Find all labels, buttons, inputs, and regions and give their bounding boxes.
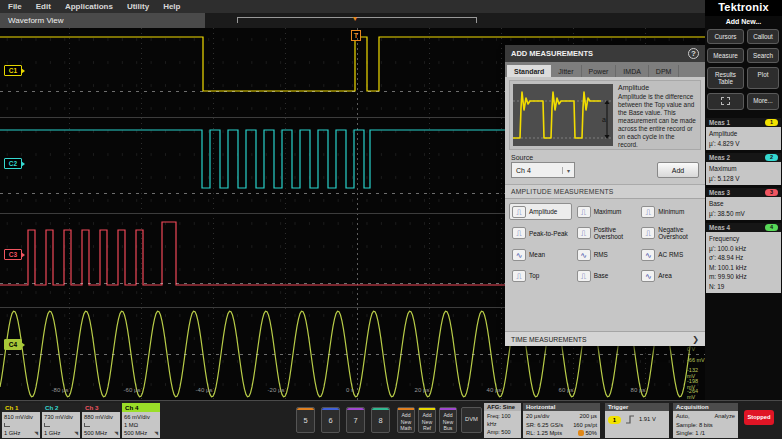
- draw-a-box-icon: [721, 97, 730, 105]
- meas-2-panel[interactable]: Meas 22 Maximum µ': 5.128 V: [706, 153, 781, 185]
- probe-icon: ◥: [74, 429, 78, 437]
- meas-3-type: Base: [709, 199, 778, 209]
- menu-file[interactable]: File: [8, 2, 22, 11]
- time-measurements-section[interactable]: TIME MEASUREMENTS ❯: [505, 331, 705, 346]
- tab-waveform-view[interactable]: Waveform View: [0, 13, 205, 28]
- channel-4-bandwidth: 500 MHz: [124, 429, 147, 437]
- channel-2-scale: 730 mV/div: [44, 413, 78, 421]
- results-table-button[interactable]: Results Table: [707, 67, 744, 89]
- meas-3-value: µ': 38.50 mV: [709, 209, 778, 219]
- measurement-negative-overshoot[interactable]: ⎍Negative Overshoot: [638, 224, 701, 242]
- plot-button[interactable]: Plot: [747, 67, 779, 89]
- tab-imda[interactable]: IMDA: [616, 65, 649, 77]
- right-sidebar: Add New... Cursors Callout Measure Searc…: [705, 16, 782, 400]
- amplitude-icon: ⎍: [512, 206, 526, 218]
- meas-4-stddev: σ': 48.94 Hz: [709, 253, 778, 263]
- channel-3-bandwidth: 500 MHz: [84, 429, 107, 437]
- meas-1-panel[interactable]: Meas 11 Amplitude µ': 4.829 V: [706, 118, 781, 150]
- grid-line-vertical: [141, 28, 142, 400]
- channel-3-scale: 880 mV/div: [84, 413, 118, 421]
- acquisition-sample: Sample: 8 bits: [676, 421, 735, 430]
- measurement-base[interactable]: ⎍Base: [574, 267, 637, 284]
- channel-2-label: Ch 2: [42, 403, 80, 412]
- add-button[interactable]: Add: [657, 162, 699, 178]
- acquisition-title: Acquisition: [673, 403, 738, 411]
- trigger-position-marker-icon[interactable]: ▼: [350, 15, 360, 25]
- measurement-area[interactable]: ∿Area: [638, 267, 701, 284]
- help-icon[interactable]: ?: [688, 48, 699, 59]
- channel-4-impedance: 1 MΩ: [124, 421, 158, 429]
- trigger-panel[interactable]: Trigger 1 1.91 V: [605, 403, 669, 438]
- measurement-maximum[interactable]: ⎍Maximum: [574, 203, 637, 220]
- top-icon: ⎍: [512, 270, 526, 282]
- cursors-button[interactable]: Cursors: [707, 29, 744, 44]
- measurement-positive-overshoot[interactable]: ⎍Positive Overshoot: [574, 224, 637, 242]
- more-button[interactable]: More...: [747, 93, 779, 110]
- horizontal-position: 50%: [585, 430, 597, 436]
- callout-button[interactable]: Callout: [747, 29, 779, 44]
- voltage-axis-label: -66 mV: [687, 357, 705, 363]
- measure-button[interactable]: Measure: [707, 48, 744, 63]
- meas-3-title: Meas 3: [709, 189, 730, 196]
- add-new-ref-button[interactable]: Add New Ref: [418, 407, 436, 433]
- channel-3-badge[interactable]: Ch 3 880 mV/div 500 MHz◥: [82, 403, 120, 438]
- acquisition-single: Single: 1 /1: [676, 429, 735, 438]
- oscilloscope-app: File Edit Applications Utility Help Tekt…: [0, 0, 782, 439]
- afg-panel[interactable]: AFG: Sine Freq: 100 kHz Amp: 500 mVpp Of…: [484, 403, 521, 438]
- stopped-button[interactable]: Stopped: [744, 410, 774, 425]
- tab-power[interactable]: Power: [582, 65, 617, 77]
- measurement-amplitude[interactable]: ⎍Amplitude: [509, 203, 572, 220]
- meas-4-badge: 4: [765, 224, 778, 231]
- digital-channel-7-button[interactable]: 7: [346, 407, 365, 433]
- acquisition-panel[interactable]: Acquisition Auto,Analyze Sample: 8 bits …: [673, 403, 738, 438]
- area-icon: ∿: [641, 270, 655, 282]
- tab-bar: Waveform View ▼: [0, 13, 705, 28]
- measurement-minimum[interactable]: ⎍Minimum: [638, 203, 701, 220]
- time-axis-label: 60 µs: [559, 387, 574, 393]
- tab-jitter[interactable]: Jitter: [551, 65, 581, 77]
- channel-4-badge[interactable]: Ch 4 66 mV/div 1 MΩ 500 MHz◥: [122, 403, 160, 438]
- channel-label-c3: C3: [4, 249, 22, 260]
- search-button[interactable]: Search: [747, 48, 779, 63]
- measurement-grid: ⎍Amplitude ⎍Maximum ⎍Minimum ⎍Peak-to-Pe…: [505, 199, 705, 284]
- trigger-flag-icon[interactable]: T: [351, 30, 361, 41]
- menu-utility[interactable]: Utility: [127, 2, 149, 11]
- tab-standard[interactable]: Standard: [507, 65, 551, 77]
- menu-bar: File Edit Applications Utility Help: [0, 0, 705, 13]
- digital-channel-8-button[interactable]: 8: [371, 407, 390, 433]
- measurement-peak-to-peak[interactable]: ⎍Peak-to-Peak: [509, 224, 572, 242]
- source-dropdown[interactable]: Ch 4 ▾: [511, 162, 575, 178]
- chevron-down-icon: ▾: [562, 167, 574, 174]
- digital-channel-6-button[interactable]: 6: [321, 407, 340, 433]
- digital-channel-5-button[interactable]: 5: [296, 407, 315, 433]
- settings-bar: Ch 1 810 mV/div 1 GHz◥ Ch 2 730 mV/div 1…: [0, 400, 782, 439]
- dvm-button[interactable]: DVM: [461, 407, 482, 433]
- horizontal-panel[interactable]: Horizontal 20 µs/div200 µs SR: 6.25 GS/s…: [523, 403, 600, 438]
- channel-1-badge[interactable]: Ch 1 810 mV/div 1 GHz◥: [2, 403, 40, 438]
- measurement-top[interactable]: ⎍Top: [509, 267, 572, 284]
- measurement-mean[interactable]: ∿Mean: [509, 246, 572, 263]
- measurement-preview: a Amplitude Amplitude is the difference …: [509, 80, 701, 150]
- channel-2-badge[interactable]: Ch 2 730 mV/div 1 GHz◥: [42, 403, 80, 438]
- menu-help[interactable]: Help: [163, 2, 180, 11]
- measurement-rms[interactable]: ∿RMS: [574, 246, 637, 263]
- meas-2-value: µ': 5.128 V: [709, 174, 778, 184]
- add-new-math-button[interactable]: Add New Math: [397, 407, 415, 433]
- draw-a-box-button[interactable]: [707, 93, 744, 110]
- afg-freq: Freq: 100 kHz: [487, 412, 518, 428]
- menu-applications[interactable]: Applications: [65, 2, 113, 11]
- measurement-ac-rms[interactable]: ∿AC RMS: [638, 246, 701, 263]
- add-new-bus-button[interactable]: Add New Bus: [439, 407, 457, 433]
- tab-dpm[interactable]: DPM: [649, 65, 680, 77]
- afg-amp: Amp: 500 mVpp: [487, 428, 518, 438]
- meas-3-panel[interactable]: Meas 33 Base µ': 38.50 mV: [706, 188, 781, 220]
- dialog-title: ADD MEASUREMENTS: [511, 49, 593, 58]
- meas-4-panel[interactable]: Meas 44 Frequency µ': 100.0 kHz σ': 48.9…: [706, 223, 781, 293]
- menu-edit[interactable]: Edit: [36, 2, 51, 11]
- grid-line-vertical: [501, 28, 502, 400]
- horizontal-title: Horizontal: [523, 403, 600, 411]
- meas-1-badge: 1: [765, 119, 778, 126]
- time-axis-label: -40 µs: [196, 387, 213, 393]
- dialog-header[interactable]: ADD MEASUREMENTS ?: [505, 45, 705, 62]
- channel-2-bandwidth: 1 GHz: [44, 429, 60, 437]
